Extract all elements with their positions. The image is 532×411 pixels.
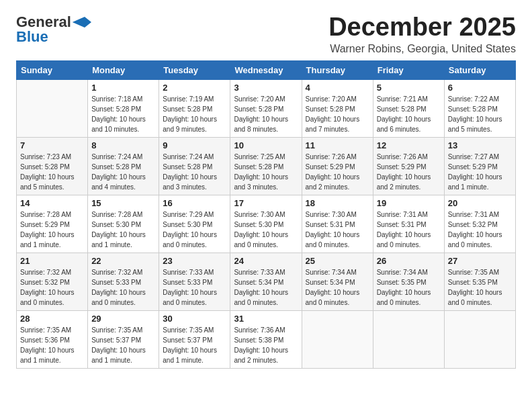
day-info: Sunrise: 7:30 AMSunset: 5:31 PMDaylight:…	[306, 210, 369, 250]
day-number: 11	[306, 140, 369, 150]
day-number: 26	[377, 256, 441, 266]
title-section: December 2025 Warner Robins, Georgia, Un…	[328, 13, 516, 55]
day-info: Sunrise: 7:30 AMSunset: 5:30 PMDaylight:…	[234, 210, 298, 250]
logo-arrow-icon	[73, 17, 91, 28]
calendar-week-row: 7Sunrise: 7:23 AMSunset: 5:28 PMDaylight…	[17, 137, 516, 195]
logo: General Blue	[16, 13, 91, 46]
day-info: Sunrise: 7:18 AMSunset: 5:28 PMDaylight:…	[91, 94, 155, 134]
day-number: 10	[234, 140, 298, 150]
day-info: Sunrise: 7:36 AMSunset: 5:38 PMDaylight:…	[234, 325, 298, 365]
calendar-header-tuesday: Tuesday	[159, 60, 230, 79]
calendar-cell: 10Sunrise: 7:25 AMSunset: 5:28 PMDayligh…	[230, 137, 302, 195]
day-number: 4	[306, 83, 369, 93]
calendar-cell: 21Sunrise: 7:32 AMSunset: 5:32 PMDayligh…	[17, 253, 88, 310]
day-info: Sunrise: 7:33 AMSunset: 5:33 PMDaylight:…	[163, 267, 226, 308]
day-info: Sunrise: 7:26 AMSunset: 5:29 PMDaylight:…	[306, 152, 369, 192]
day-info: Sunrise: 7:26 AMSunset: 5:29 PMDaylight:…	[377, 152, 441, 192]
day-info: Sunrise: 7:35 AMSunset: 5:37 PMDaylight:…	[91, 325, 155, 365]
day-number: 6	[448, 83, 512, 93]
day-number: 30	[163, 314, 226, 324]
calendar-week-row: 28Sunrise: 7:35 AMSunset: 5:36 PMDayligh…	[17, 310, 516, 368]
day-number: 2	[163, 83, 226, 93]
calendar-cell: 9Sunrise: 7:24 AMSunset: 5:28 PMDaylight…	[159, 137, 230, 195]
day-info: Sunrise: 7:23 AMSunset: 5:28 PMDaylight:…	[20, 152, 84, 192]
calendar-table: SundayMondayTuesdayWednesdayThursdayFrid…	[16, 60, 516, 369]
day-info: Sunrise: 7:32 AMSunset: 5:33 PMDaylight:…	[91, 267, 155, 308]
day-number: 12	[377, 140, 441, 150]
day-info: Sunrise: 7:22 AMSunset: 5:28 PMDaylight:…	[448, 94, 512, 134]
day-info: Sunrise: 7:35 AMSunset: 5:37 PMDaylight:…	[163, 325, 226, 365]
day-info: Sunrise: 7:28 AMSunset: 5:30 PMDaylight:…	[91, 210, 155, 250]
calendar-header-saturday: Saturday	[444, 60, 515, 79]
calendar-cell: 2Sunrise: 7:19 AMSunset: 5:28 PMDaylight…	[159, 79, 230, 137]
day-number: 9	[163, 140, 226, 150]
day-number: 16	[163, 198, 226, 208]
calendar-cell: 15Sunrise: 7:28 AMSunset: 5:30 PMDayligh…	[88, 195, 159, 253]
calendar-cell: 22Sunrise: 7:32 AMSunset: 5:33 PMDayligh…	[88, 253, 159, 310]
location: Warner Robins, Georgia, United States	[328, 43, 516, 55]
calendar-cell: 4Sunrise: 7:20 AMSunset: 5:28 PMDaylight…	[302, 79, 373, 137]
day-number: 3	[234, 83, 298, 93]
day-number: 13	[448, 140, 512, 150]
month-title: December 2025	[328, 13, 516, 42]
calendar-cell: 14Sunrise: 7:28 AMSunset: 5:29 PMDayligh…	[17, 195, 88, 253]
day-info: Sunrise: 7:28 AMSunset: 5:29 PMDaylight:…	[20, 210, 84, 250]
calendar-cell: 8Sunrise: 7:24 AMSunset: 5:28 PMDaylight…	[88, 137, 159, 195]
calendar-cell: 11Sunrise: 7:26 AMSunset: 5:29 PMDayligh…	[302, 137, 373, 195]
calendar-cell: 29Sunrise: 7:35 AMSunset: 5:37 PMDayligh…	[88, 310, 159, 368]
day-number: 8	[91, 140, 155, 150]
day-info: Sunrise: 7:35 AMSunset: 5:35 PMDaylight:…	[448, 267, 512, 308]
day-number: 15	[91, 198, 155, 208]
calendar-cell: 16Sunrise: 7:29 AMSunset: 5:30 PMDayligh…	[159, 195, 230, 253]
day-number: 1	[91, 83, 155, 93]
day-info: Sunrise: 7:20 AMSunset: 5:28 PMDaylight:…	[306, 94, 369, 134]
day-info: Sunrise: 7:27 AMSunset: 5:29 PMDaylight:…	[448, 152, 512, 192]
day-number: 20	[448, 198, 512, 208]
calendar-cell: 12Sunrise: 7:26 AMSunset: 5:29 PMDayligh…	[373, 137, 444, 195]
day-number: 18	[306, 198, 369, 208]
day-info: Sunrise: 7:24 AMSunset: 5:28 PMDaylight:…	[163, 152, 226, 192]
day-info: Sunrise: 7:25 AMSunset: 5:28 PMDaylight:…	[234, 152, 298, 192]
calendar-week-row: 14Sunrise: 7:28 AMSunset: 5:29 PMDayligh…	[17, 195, 516, 253]
day-number: 28	[20, 314, 84, 324]
day-number: 25	[306, 256, 369, 266]
day-number: 14	[20, 198, 84, 208]
calendar-cell	[444, 310, 515, 368]
day-info: Sunrise: 7:29 AMSunset: 5:30 PMDaylight:…	[163, 210, 226, 250]
day-number: 27	[448, 256, 512, 266]
calendar-cell	[302, 310, 373, 368]
day-number: 7	[20, 140, 84, 150]
day-info: Sunrise: 7:32 AMSunset: 5:32 PMDaylight:…	[20, 267, 84, 308]
calendar-cell: 26Sunrise: 7:34 AMSunset: 5:35 PMDayligh…	[373, 253, 444, 310]
calendar-cell: 7Sunrise: 7:23 AMSunset: 5:28 PMDaylight…	[17, 137, 88, 195]
calendar-cell: 30Sunrise: 7:35 AMSunset: 5:37 PMDayligh…	[159, 310, 230, 368]
day-info: Sunrise: 7:35 AMSunset: 5:36 PMDaylight:…	[20, 325, 84, 365]
day-number: 21	[20, 256, 84, 266]
calendar-cell: 31Sunrise: 7:36 AMSunset: 5:38 PMDayligh…	[230, 310, 302, 368]
calendar-cell: 24Sunrise: 7:33 AMSunset: 5:34 PMDayligh…	[230, 253, 302, 310]
calendar-week-row: 1Sunrise: 7:18 AMSunset: 5:28 PMDaylight…	[17, 79, 516, 137]
calendar-cell: 19Sunrise: 7:31 AMSunset: 5:31 PMDayligh…	[373, 195, 444, 253]
calendar-cell: 18Sunrise: 7:30 AMSunset: 5:31 PMDayligh…	[302, 195, 373, 253]
calendar-cell: 23Sunrise: 7:33 AMSunset: 5:33 PMDayligh…	[159, 253, 230, 310]
day-number: 24	[234, 256, 298, 266]
calendar-cell: 25Sunrise: 7:34 AMSunset: 5:34 PMDayligh…	[302, 253, 373, 310]
day-info: Sunrise: 7:19 AMSunset: 5:28 PMDaylight:…	[163, 94, 226, 134]
calendar-cell: 17Sunrise: 7:30 AMSunset: 5:30 PMDayligh…	[230, 195, 302, 253]
day-number: 23	[163, 256, 226, 266]
day-info: Sunrise: 7:34 AMSunset: 5:35 PMDaylight:…	[377, 267, 441, 308]
calendar-header-thursday: Thursday	[302, 60, 373, 79]
page-header: General Blue December 2025 Warner Robins…	[16, 13, 516, 55]
day-info: Sunrise: 7:34 AMSunset: 5:34 PMDaylight:…	[306, 267, 369, 308]
day-info: Sunrise: 7:21 AMSunset: 5:28 PMDaylight:…	[377, 94, 441, 134]
day-info: Sunrise: 7:20 AMSunset: 5:28 PMDaylight:…	[234, 94, 298, 134]
calendar-cell: 3Sunrise: 7:20 AMSunset: 5:28 PMDaylight…	[230, 79, 302, 137]
calendar-header-monday: Monday	[88, 60, 159, 79]
calendar-header-row: SundayMondayTuesdayWednesdayThursdayFrid…	[17, 60, 516, 79]
calendar-cell: 20Sunrise: 7:31 AMSunset: 5:32 PMDayligh…	[444, 195, 515, 253]
calendar-cell: 28Sunrise: 7:35 AMSunset: 5:36 PMDayligh…	[17, 310, 88, 368]
calendar-cell: 27Sunrise: 7:35 AMSunset: 5:35 PMDayligh…	[444, 253, 515, 310]
calendar-header-wednesday: Wednesday	[230, 60, 302, 79]
day-info: Sunrise: 7:33 AMSunset: 5:34 PMDaylight:…	[234, 267, 298, 308]
day-number: 5	[377, 83, 441, 93]
